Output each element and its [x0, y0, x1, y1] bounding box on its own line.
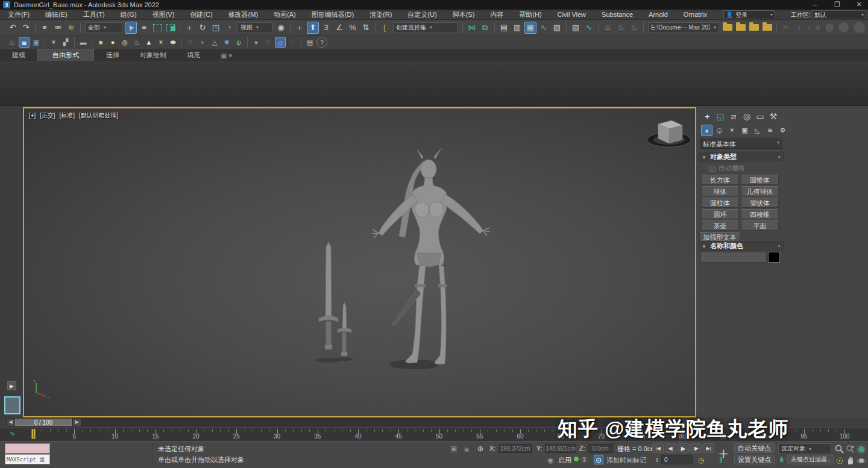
help-icon[interactable]: ?: [316, 37, 327, 48]
maxscript-macro-recorder[interactable]: [5, 443, 50, 454]
autogrid-checkbox[interactable]: [709, 166, 715, 172]
time-slider-handle[interactable]: 0 / 100: [15, 419, 72, 426]
shapes-category-icon[interactable]: ◶: [714, 125, 725, 136]
time-configuration-icon[interactable]: ◷: [696, 455, 706, 465]
select-and-rotate-icon[interactable]: ↻: [197, 22, 209, 34]
spinner-snap-icon[interactable]: ⇅: [360, 22, 372, 34]
key-filters-button[interactable]: 关键点过滤器..: [787, 455, 834, 464]
render-setup-icon[interactable]: ♨: [602, 22, 614, 34]
set-key-button[interactable]: 设置关键点: [734, 455, 775, 464]
window-crossing-icon[interactable]: [165, 22, 177, 34]
go-to-start-button[interactable]: |◀: [652, 443, 664, 453]
z-coordinate-field[interactable]: 0.0cm: [588, 444, 613, 453]
menu-help[interactable]: 帮助(H): [511, 10, 549, 19]
menu-ornatrix[interactable]: Ornatrix: [676, 10, 715, 19]
torus-primitive-icon[interactable]: ◎: [119, 37, 130, 48]
modify-tab-icon[interactable]: ◱: [714, 110, 726, 122]
menu-group[interactable]: 组(G): [113, 10, 145, 19]
cameras-category-icon[interactable]: ▣: [739, 125, 750, 136]
foliage-icon[interactable]: ψ: [233, 37, 244, 48]
select-object-icon[interactable]: ➤: [125, 22, 137, 34]
plane-button[interactable]: 平面: [741, 220, 779, 231]
tab-object-paint[interactable]: 对象绘制: [131, 49, 175, 61]
snaps-toggle-icon[interactable]: ⬆: [307, 22, 319, 34]
systems-category-icon[interactable]: ⚙: [777, 125, 788, 136]
current-frame-field[interactable]: 0: [661, 455, 693, 464]
pan-hand-icon[interactable]: [845, 455, 856, 466]
object-color-swatch[interactable]: [768, 252, 780, 263]
zoom-all-icon[interactable]: [845, 444, 856, 455]
arcball-icon[interactable]: ◙: [19, 37, 30, 48]
frame-spinner-arrows[interactable]: ⇕: [652, 455, 662, 465]
time-slider-left-arrow[interactable]: ◀: [7, 419, 14, 426]
rectangular-selection-region-icon[interactable]: [151, 22, 163, 34]
select-and-place-icon[interactable]: ◔: [223, 22, 235, 34]
y-coordinate-field[interactable]: 148.921cm: [545, 444, 576, 453]
tube-button[interactable]: 管状体: [741, 198, 779, 208]
clapperboard-icon[interactable]: ▬: [78, 37, 89, 48]
menu-scripting[interactable]: 脚本(S): [445, 10, 483, 19]
primitive-category-dropdown[interactable]: 标准基本体 ▾: [700, 139, 782, 149]
time-slider-right-arrow[interactable]: ▶: [73, 419, 81, 426]
dope-sheet-icon[interactable]: ▧: [551, 22, 563, 34]
close-button[interactable]: ✕: [850, 0, 868, 10]
named-selection-sets-dropdown[interactable]: 创建选择集 ▾: [393, 22, 458, 33]
menu-create[interactable]: 创建(C): [182, 10, 220, 19]
menu-customize[interactable]: 自定义(U): [400, 10, 444, 19]
menu-rendering[interactable]: 渲染(R): [362, 10, 400, 19]
hierarchy-tab-icon[interactable]: ⧄: [728, 110, 740, 122]
select-and-move-icon[interactable]: ＋: [183, 22, 195, 34]
viewport-menu-shading[interactable]: [默认明暗处理]: [79, 112, 119, 119]
viewport-menu-standard[interactable]: [标准]: [60, 112, 75, 119]
maxscript-mini-listener[interactable]: MAXScript 迷: [5, 454, 50, 464]
viewport-menu-general[interactable]: [+]: [29, 112, 36, 119]
save-folder-icon[interactable]: [749, 24, 759, 31]
play-button[interactable]: ▶: [678, 443, 689, 453]
menu-tools[interactable]: 工具(T): [75, 10, 113, 19]
rendered-frame-window-icon[interactable]: ♨: [615, 22, 627, 34]
x-coordinate-field[interactable]: 190.372cm: [498, 444, 532, 453]
blob-primitive-icon[interactable]: ●: [107, 37, 118, 48]
expand-panel-button[interactable]: ▶: [7, 381, 16, 390]
image-viewer-icon[interactable]: ▣: [31, 37, 42, 48]
geosphere-button[interactable]: 几何球体: [741, 186, 779, 196]
cone-button[interactable]: 圆锥体: [741, 175, 779, 185]
edit-named-selection-sets-icon[interactable]: {: [379, 22, 391, 34]
time-tag-icon[interactable]: ⊙: [594, 455, 603, 464]
undo-icon[interactable]: ↶: [7, 22, 19, 34]
box-button[interactable]: 长方体: [701, 175, 739, 185]
field-of-view-icon[interactable]: [834, 455, 845, 466]
object-type-rollout-header[interactable]: ▼ 对象类型 ▪: [699, 152, 784, 161]
enable-indicator[interactable]: [574, 457, 579, 461]
tab-selection[interactable]: 选择: [98, 49, 128, 61]
sphere-button[interactable]: 球体: [701, 186, 739, 196]
isolate-selection-icon[interactable]: ▣: [449, 444, 459, 454]
snap-3d-icon[interactable]: 3: [320, 22, 332, 34]
current-frame-marker[interactable]: [31, 429, 36, 439]
particles-icon[interactable]: ∷: [185, 37, 196, 48]
color-dots-icon[interactable]: ∷: [263, 37, 274, 48]
menu-file[interactable]: 文件(F): [0, 10, 37, 19]
viewport-menu-pov[interactable]: [正交]: [40, 112, 55, 119]
open-folder-icon[interactable]: [736, 24, 746, 31]
mirror-icon[interactable]: ⋈: [466, 22, 478, 34]
tab-populate[interactable]: 填充: [178, 49, 209, 61]
mini-curve-editor-toggle[interactable]: ∿: [10, 429, 15, 437]
light-icon[interactable]: ☀: [48, 37, 59, 48]
menu-edit[interactable]: 编辑(E): [37, 10, 75, 19]
sphere-status-icon[interactable]: ◉: [546, 455, 555, 465]
waterdrop-icon[interactable]: ◗: [197, 37, 208, 48]
egg-primitive-icon[interactable]: ⬬: [168, 37, 178, 48]
zoom-icon[interactable]: [834, 444, 845, 455]
viewport[interactable]: x z [+] [正交] [标准] [默认明暗处理]: [23, 107, 696, 417]
torus-button[interactable]: 圆环: [701, 209, 739, 219]
menu-views[interactable]: 视图(V): [145, 10, 183, 19]
render-production-icon[interactable]: ♨: [628, 22, 640, 34]
auto-key-button[interactable]: 自动关键点: [734, 443, 775, 453]
lights-category-icon[interactable]: ☀: [726, 125, 738, 136]
object-name-field[interactable]: [700, 252, 767, 263]
workspace-dropdown[interactable]: 默认 ▾: [812, 10, 866, 19]
ribbon-config-dropdown[interactable]: ▣ ▾: [212, 51, 241, 61]
layer-explorer-icon[interactable]: ▥: [511, 22, 523, 34]
snowflake-icon[interactable]: ✱: [221, 37, 232, 48]
